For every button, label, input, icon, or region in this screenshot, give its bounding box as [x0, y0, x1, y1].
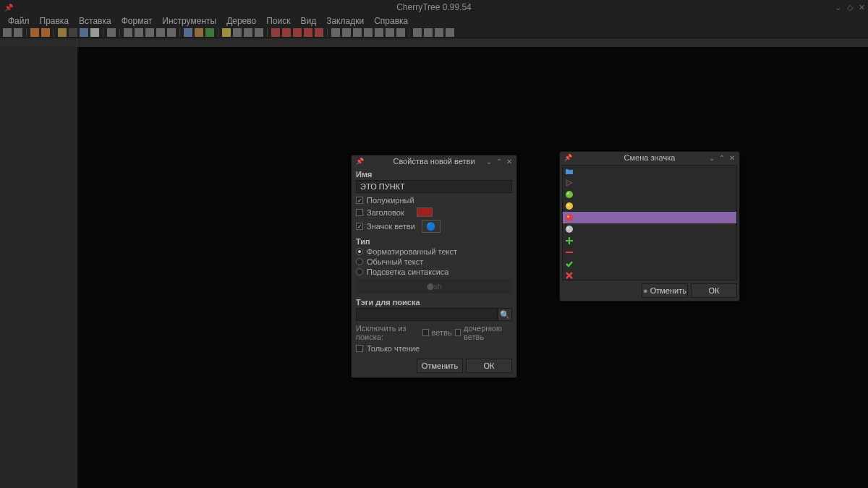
menu-file[interactable]: Файл — [3, 16, 35, 26]
tb-save-icon[interactable] — [14, 28, 22, 37]
pin-icon[interactable]: 📌 — [356, 158, 364, 165]
icon-item-cross-red[interactable] — [563, 270, 736, 281]
tb-dropdown-icon[interactable] — [69, 28, 77, 37]
tb-bm5-icon[interactable] — [315, 28, 323, 37]
tb-h2-icon[interactable] — [386, 28, 394, 37]
tb-o1-icon[interactable] — [413, 28, 422, 37]
menu-search[interactable]: Поиск — [261, 16, 295, 26]
type-formatted-radio[interactable] — [356, 248, 363, 255]
svg-point-7 — [567, 227, 569, 229]
tb-doc-icon[interactable] — [90, 28, 99, 37]
name-input[interactable] — [356, 180, 512, 193]
menu-bookmarks[interactable]: Закладки — [321, 16, 369, 26]
exclude-node-checkbox[interactable] — [422, 329, 428, 336]
tb-fwd-icon[interactable] — [41, 28, 50, 37]
exclude-child-checkbox[interactable] — [455, 329, 461, 336]
menu-edit[interactable]: Правка — [35, 16, 75, 26]
icon-item-check-green[interactable] — [563, 258, 736, 270]
icon-item-folder-blue[interactable] — [563, 166, 736, 177]
editor-header — [77, 38, 868, 47]
icon-item-circle-gray[interactable] — [563, 223, 736, 235]
menu-tools[interactable]: Инструменты — [157, 16, 221, 26]
close-icon[interactable]: ✕ — [859, 3, 865, 12]
type-syntax-radio[interactable] — [356, 268, 363, 275]
tb-anchor-icon[interactable] — [244, 28, 252, 37]
icon-item-circle-yellow[interactable] — [563, 200, 736, 212]
maximize-icon[interactable]: ⌃ — [719, 154, 725, 162]
app-title: CherryTree 0.99.54 — [396, 2, 472, 12]
tb-back-icon[interactable] — [30, 28, 39, 37]
tb-flag-icon[interactable] — [222, 28, 231, 37]
svg-point-5 — [567, 215, 569, 218]
icon-list[interactable] — [562, 165, 737, 281]
tb-misc1-icon[interactable] — [331, 28, 340, 37]
tb-new-icon[interactable] — [3, 28, 12, 37]
close-icon[interactable]: ✕ — [506, 158, 512, 166]
bold-checkbox[interactable] — [356, 197, 363, 204]
icon-item-circle-red[interactable] — [563, 212, 736, 223]
tb-h1-icon[interactable] — [375, 28, 383, 37]
tb-numlist-icon[interactable] — [167, 28, 176, 37]
tb-embed-icon[interactable] — [255, 28, 263, 37]
tb-bm4-icon[interactable] — [304, 28, 312, 37]
minimize-icon[interactable]: ⌄ — [835, 3, 841, 12]
menu-help[interactable]: Справка — [369, 16, 413, 26]
tb-h3-icon[interactable] — [396, 28, 405, 37]
maximize-icon[interactable]: ◇ — [847, 3, 853, 12]
maximize-icon[interactable]: ⌃ — [496, 158, 502, 166]
tb-misc3-icon[interactable] — [353, 28, 362, 37]
icon-item-circle-green[interactable] — [563, 189, 736, 200]
cancel-button[interactable]: ●Отменить — [642, 283, 688, 298]
exclude-label: Исключить из поиска: — [356, 324, 420, 341]
header-checkbox[interactable] — [356, 209, 363, 216]
dlg1-titlebar[interactable]: 📌 Свойства новой ветви ⌄ ⌃ ✕ — [352, 155, 516, 167]
pin-icon[interactable]: 📌 — [4, 4, 13, 12]
tb-link-icon[interactable] — [233, 28, 242, 37]
tb-folder-icon[interactable] — [58, 28, 67, 37]
tb-img-icon[interactable] — [184, 28, 192, 37]
tb-bm3-icon[interactable] — [293, 28, 302, 37]
tb-grid-icon[interactable] — [80, 28, 88, 37]
type-plain-radio[interactable] — [356, 258, 363, 265]
dlg1-title: Свойства новой ветви — [393, 157, 475, 166]
tb-o4-icon[interactable] — [446, 28, 454, 37]
minimize-icon[interactable]: ⌄ — [486, 158, 492, 166]
tb-bm2-icon[interactable] — [282, 28, 291, 37]
minimize-icon[interactable]: ⌄ — [709, 154, 715, 162]
tb-code-icon[interactable] — [205, 28, 214, 37]
tb-misc2-icon[interactable] — [342, 28, 351, 37]
menu-format[interactable]: Формат — [116, 16, 158, 26]
tb-table-icon[interactable] — [195, 28, 203, 37]
header-color-swatch[interactable] — [417, 207, 433, 217]
icon-item-minus-red[interactable] — [563, 247, 736, 258]
menu-insert[interactable]: Вставка — [74, 16, 116, 26]
menu-tree[interactable]: Дерево — [221, 16, 261, 26]
tags-search-button[interactable]: 🔍 — [498, 308, 512, 321]
tb-o2-icon[interactable] — [424, 28, 433, 37]
tb-undo-icon[interactable] — [107, 28, 116, 37]
tb-bold-icon[interactable] — [145, 28, 154, 37]
menu-view[interactable]: Вид — [295, 16, 321, 26]
dlg2-titlebar[interactable]: 📌 Смена значка ⌄ ⌃ ✕ — [560, 152, 739, 163]
ok-button[interactable]: ОК — [466, 359, 512, 373]
readonly-checkbox[interactable] — [356, 345, 363, 352]
tb-find-icon[interactable] — [124, 28, 132, 37]
nodeicon-button[interactable]: 🔵 — [422, 220, 441, 233]
icon-item-tag-dark[interactable] — [563, 177, 736, 189]
toolbar — [0, 27, 868, 38]
node-properties-dialog: 📌 Свойства новой ветви ⌄ ⌃ ✕ Имя Полужир… — [351, 155, 517, 378]
tb-misc4-icon[interactable] — [364, 28, 373, 37]
icon-item-plus-green[interactable] — [563, 235, 736, 247]
tb-repl-icon[interactable] — [135, 28, 143, 37]
tb-o3-icon[interactable] — [435, 28, 443, 37]
tb-bm1-icon[interactable] — [271, 28, 280, 37]
icon-change-dialog: 📌 Смена значка ⌄ ⌃ ✕ ●Отменить ОК — [559, 151, 740, 301]
cancel-button[interactable]: Отменить — [417, 359, 463, 373]
tb-list-icon[interactable] — [156, 28, 165, 37]
nodeicon-checkbox[interactable] — [356, 223, 363, 230]
tags-input[interactable] — [356, 308, 498, 321]
close-icon[interactable]: ✕ — [729, 154, 735, 162]
tree-sidebar[interactable] — [0, 38, 77, 488]
ok-button[interactable]: ОК — [691, 283, 737, 298]
pin-icon[interactable]: 📌 — [564, 154, 572, 161]
